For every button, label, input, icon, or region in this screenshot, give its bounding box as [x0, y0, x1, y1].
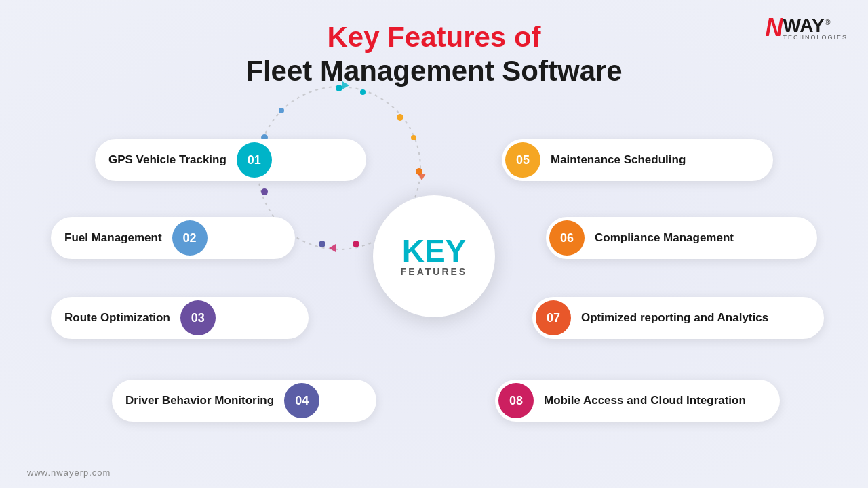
feature-pill-03: Route Optimization 03 [51, 297, 309, 339]
feature-label-07: Optimized reporting and Analytics [574, 311, 782, 325]
svg-point-2 [360, 89, 366, 95]
feature-number-06: 06 [549, 220, 585, 256]
feature-number-03: 03 [180, 300, 216, 336]
svg-point-13 [279, 108, 284, 113]
feature-label-08: Mobile Access and Cloud Integration [537, 394, 760, 407]
svg-marker-16 [418, 174, 426, 180]
feature-pill-06: 06 Compliance Management [546, 217, 817, 259]
feature-pill-08: 08 Mobile Access and Cloud Integration [495, 380, 780, 422]
feature-label-01: GPS Vehicle Tracking [95, 153, 233, 167]
main-container: N WAY® TECHNOLOGIES Key Features of Flee… [0, 0, 868, 488]
svg-point-1 [336, 85, 342, 92]
feature-pill-05: 05 Maintenance Scheduling [502, 139, 773, 181]
feature-label-05: Maintenance Scheduling [544, 153, 699, 167]
svg-marker-15 [329, 244, 336, 252]
feature-label-03: Route Optimization [51, 311, 177, 325]
feature-pill-04: Driver Behavior Monitoring 04 [112, 380, 376, 422]
center-key-text: KEY [402, 235, 467, 266]
center-features-text: FEATURES [401, 266, 467, 277]
feature-label-02: Fuel Management [51, 231, 169, 245]
feature-pill-07: 07 Optimized reporting and Analytics [532, 297, 824, 339]
svg-point-4 [411, 135, 416, 140]
svg-point-10 [261, 188, 268, 195]
footer-url: www.nwayerp.com [27, 468, 111, 478]
feature-number-02: 02 [172, 220, 208, 256]
header-title-line2: Fleet Management Software [0, 54, 868, 88]
feature-pill-02: Fuel Management 02 [51, 217, 295, 259]
center-circle: KEY FEATURES [373, 195, 495, 317]
logo-n: N [765, 14, 783, 42]
logo-sub: TECHNOLOGIES [783, 34, 848, 41]
logo: N WAY® TECHNOLOGIES [765, 14, 848, 42]
feature-pill-01: GPS Vehicle Tracking 01 [95, 139, 366, 181]
feature-number-07: 07 [536, 300, 571, 336]
svg-point-8 [353, 241, 359, 247]
svg-marker-14 [342, 81, 349, 89]
feature-label-04: Driver Behavior Monitoring [112, 394, 281, 407]
feature-number-04: 04 [284, 383, 319, 418]
feature-number-01: 01 [237, 142, 272, 178]
feature-number-08: 08 [498, 383, 534, 418]
logo-way: WAY® [783, 15, 830, 36]
page-header: Key Features of Fleet Management Softwar… [0, 0, 868, 89]
feature-number-05: 05 [505, 142, 540, 178]
svg-point-9 [319, 241, 326, 247]
header-title-line1: Key Features of [0, 20, 868, 54]
feature-label-06: Compliance Management [588, 231, 747, 245]
svg-point-3 [397, 114, 403, 121]
